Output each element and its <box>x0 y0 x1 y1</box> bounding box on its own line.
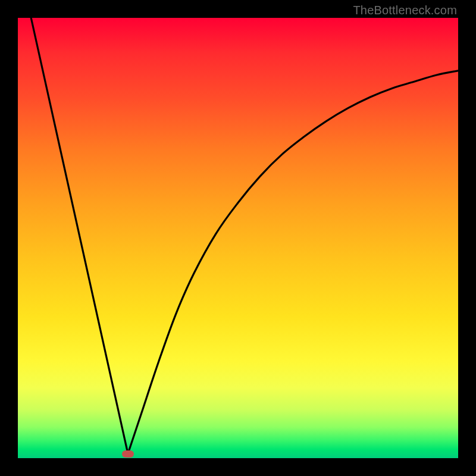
curve-path <box>31 18 458 454</box>
watermark-text: TheBottleneck.com <box>353 4 457 17</box>
bottleneck-curve <box>18 18 458 458</box>
chart-frame: TheBottleneck.com <box>0 0 476 476</box>
plot-area <box>18 18 458 458</box>
optimum-marker <box>122 450 134 458</box>
